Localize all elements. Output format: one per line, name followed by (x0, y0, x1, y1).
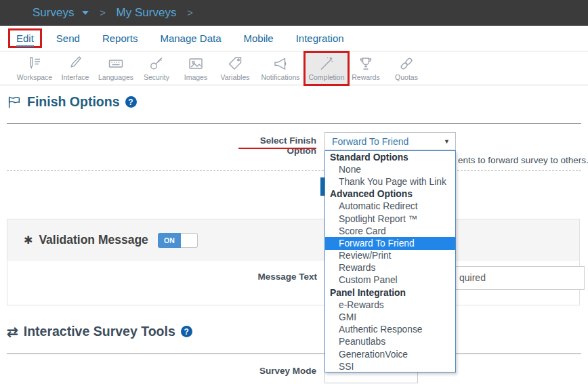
interface-icon (67, 56, 83, 72)
message-text-label: Message Text (231, 272, 317, 282)
tab-label: Manage Data (160, 33, 221, 44)
validation-message-title: Validation Message (39, 233, 148, 247)
rewards-icon (358, 56, 374, 72)
toggle-knob (181, 233, 198, 248)
tab-mobile[interactable]: Mobile (244, 33, 274, 44)
help-icon[interactable]: ? (125, 96, 137, 108)
app-window: Surveys > My Surveys > EditSendReportsMa… (0, 0, 588, 384)
dropdown-option-authentic-response[interactable]: Authentic Response (325, 324, 455, 336)
languages-icon (108, 56, 124, 72)
toolbar-item-label: Languages (98, 73, 133, 81)
breadcrumb-surveys[interactable]: Surveys (33, 6, 74, 20)
help-icon[interactable]: ? (181, 326, 192, 337)
tab-reports[interactable]: Reports (102, 33, 138, 44)
breadcrumb-separator: > (100, 7, 105, 18)
toolbar-item-images[interactable]: Images (175, 53, 217, 84)
toolbar-item-label: Interface (62, 73, 89, 81)
chevron-down-icon[interactable] (82, 11, 89, 15)
dropdown-group-label: Standard Options (325, 151, 455, 163)
toolbar-item-quotas[interactable]: Quotas (385, 53, 427, 84)
toolbar-item-languages[interactable]: Languages (95, 53, 137, 84)
toolbar-item-variables[interactable]: Variables (214, 53, 256, 84)
finish-option-dropdown: Standard OptionsNoneThank You Page with … (324, 150, 456, 372)
tab-integration[interactable]: Integration (296, 33, 344, 44)
tab-label: Integration (296, 33, 344, 44)
workspace-icon (26, 56, 43, 72)
toolbar-item-label: Quotas (395, 73, 418, 81)
dropdown-option-none[interactable]: None (325, 163, 455, 175)
validation-message-panel: ✱ Validation Message ON Message Text qui… (7, 219, 580, 305)
divider (7, 123, 581, 124)
flag-icon (7, 95, 22, 110)
toolbar-item-workspace[interactable]: Workspace (14, 53, 56, 84)
tab-edit[interactable]: Edit (8, 28, 42, 48)
validation-toggle[interactable]: ON (158, 233, 198, 248)
completion-icon (318, 56, 335, 72)
dropdown-option-e-rewards[interactable]: e-Rewards (325, 299, 455, 311)
tab-bar: EditSendReportsManage DataMobileIntegrat… (0, 26, 588, 51)
finish-options-title: Finish Options (27, 94, 120, 110)
swap-arrows-icon: ⇄ (7, 325, 18, 339)
toolbar-item-label: Images (184, 73, 207, 81)
survey-mode-label: Survey Mode (230, 366, 316, 376)
dropdown-option-forward-to-friend[interactable]: Forward To Friend (325, 237, 455, 249)
forward-note: ents to forward survey to others. ? (458, 155, 588, 165)
tab-label: Reports (102, 33, 138, 44)
dropdown-option-ssi[interactable]: SSI (325, 360, 455, 372)
toolbar-item-security[interactable]: Security (135, 53, 177, 84)
annotation-underline (238, 148, 316, 149)
toolbar-item-label: Rewards (352, 73, 379, 81)
dropdown-group-label: Panel Integration (325, 286, 455, 299)
finish-option-select[interactable]: Forward To Friend ▼ (324, 132, 456, 150)
toolbar-item-rewards[interactable]: Rewards (345, 53, 387, 84)
validation-message-header: ✱ Validation Message ON (7, 219, 579, 261)
divider (7, 354, 581, 354)
security-icon (148, 56, 165, 72)
dropdown-option-spotlight-report-[interactable]: Spotlight Report ™ (325, 213, 455, 225)
dropdown-option-review-print[interactable]: Review/Print (325, 250, 455, 262)
breadcrumb-my-surveys[interactable]: My Surveys (117, 6, 177, 20)
toolbar-item-interface[interactable]: Interface (54, 53, 96, 84)
asterisk-icon: ✱ (24, 234, 33, 247)
toolbar-item-label: Workspace (17, 73, 52, 81)
forward-note-text: ents to forward survey to others. (458, 155, 588, 165)
images-icon (188, 56, 204, 72)
toolbar: WorkspaceInterfaceLanguagesSecurityImage… (0, 51, 588, 85)
interactive-tools-title: Interactive Survey Tools (24, 324, 175, 339)
dropdown-group-label: Advanced Options (325, 188, 455, 200)
select-finish-option-label: Select Finish Option (230, 135, 316, 156)
dropdown-option-custom-panel[interactable]: Custom Panel (325, 274, 455, 286)
toolbar-item-completion[interactable]: Completion (306, 53, 348, 84)
breadcrumb-separator: > (187, 7, 192, 18)
dropdown-option-generationvoice[interactable]: GenerationVoice (325, 348, 455, 360)
toolbar-item-label: Security (144, 73, 169, 81)
variables-icon (227, 56, 243, 72)
tab-manage-data[interactable]: Manage Data (160, 33, 221, 44)
dropdown-option-thank-you-page-with-link[interactable]: Thank You Page with Link (325, 175, 455, 188)
toolbar-item-notifications[interactable]: Notifications (259, 53, 301, 84)
dropdown-option-score-card[interactable]: Score Card (325, 225, 455, 237)
tab-label: Send (56, 33, 80, 44)
finish-option-selected-value: Forward To Friend (332, 136, 408, 147)
toolbar-item-label: Notifications (261, 73, 299, 81)
dashed-divider (7, 170, 581, 171)
toolbar-item-label: Variables (221, 73, 250, 81)
select-caret-icon: ▼ (444, 138, 450, 145)
tab-label: Mobile (244, 33, 274, 44)
interactive-tools-heading: ⇄ Interactive Survey Tools ? (7, 324, 192, 339)
finish-options-heading: Finish Options ? (7, 94, 137, 110)
message-text-value: quired (459, 272, 486, 283)
dropdown-option-rewards[interactable]: Rewards (325, 262, 455, 274)
tab-label: Edit (16, 33, 34, 47)
toggle-on-label: ON (158, 233, 181, 248)
dropdown-option-automatic-redirect[interactable]: Automatic Redirect (325, 200, 455, 213)
notifications-icon (272, 56, 289, 72)
dropdown-option-gmi[interactable]: GMI (325, 311, 455, 323)
dropdown-option-peanutlabs[interactable]: Peanutlabs (325, 336, 455, 348)
toolbar-item-label: Completion (308, 73, 344, 81)
tab-send[interactable]: Send (56, 33, 80, 44)
quotas-icon (398, 56, 415, 72)
topbar: Surveys > My Surveys > (0, 0, 588, 26)
